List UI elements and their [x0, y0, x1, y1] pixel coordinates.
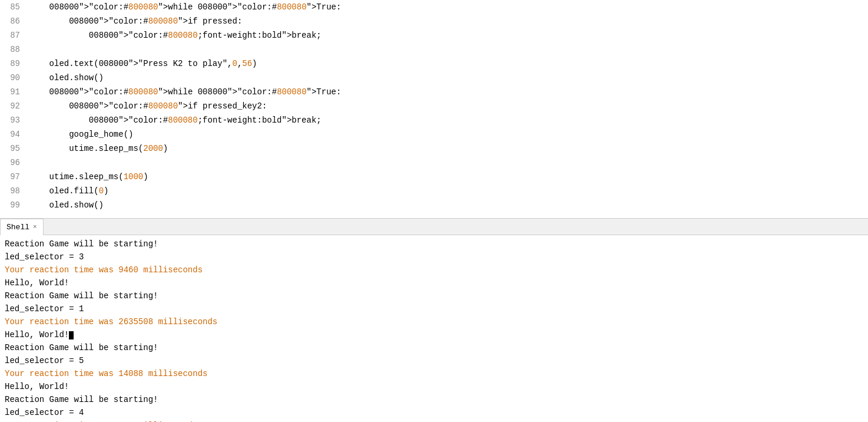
shell-line: led_selector = 1: [0, 302, 868, 315]
shell-line: Your reaction time was 14088 millisecond…: [0, 367, 868, 380]
shell-line: Hello, World!: [0, 328, 868, 341]
line-number: 93: [0, 113, 29, 127]
shell-line: Your reaction time was 9460 milliseconds: [0, 263, 868, 276]
code-line: 86 008000">"color:#800080">if pressed:: [0, 14, 868, 28]
line-content: 008000">"color:#800080">if pressed_key2:: [29, 99, 267, 113]
code-line: 99 oled.show(): [0, 198, 868, 212]
line-number: 86: [0, 14, 29, 28]
line-number: 89: [0, 57, 29, 71]
shell-line: Reaction Game will be starting!: [0, 289, 868, 302]
shell-tab[interactable]: Shell ×: [0, 219, 44, 235]
code-editor[interactable]: 85 008000">"color:#800080">while 008000"…: [0, 0, 868, 218]
shell-cursor: [69, 331, 74, 339]
line-number: 99: [0, 198, 29, 212]
code-line: 98 oled.fill(0): [0, 184, 868, 198]
code-line: 85 008000">"color:#800080">while 008000"…: [0, 0, 868, 14]
line-content: utime.sleep_ms(2000): [29, 141, 168, 156]
shell-line: led_selector = 4: [0, 406, 868, 419]
code-line: 87 008000">"color:#800080;font-weight:bo…: [0, 28, 868, 42]
code-line: 93 008000">"color:#800080;font-weight:bo…: [0, 113, 868, 127]
line-content: oled.text(008000">"Press K2 to play",0,5…: [29, 57, 257, 71]
code-line: 97 utime.sleep_ms(1000): [0, 170, 868, 184]
code-line: 90 oled.show(): [0, 71, 868, 85]
shell-line: Hello, World!: [0, 380, 868, 393]
code-line: 96: [0, 156, 868, 170]
shell-output[interactable]: Reaction Game will be starting!led_selec…: [0, 235, 868, 422]
line-content: 008000">"color:#800080">while 008000">"c…: [29, 0, 341, 14]
code-line: 92 008000">"color:#800080">if pressed_ke…: [0, 99, 868, 113]
line-number: 94: [0, 127, 29, 141]
line-content: utime.sleep_ms(1000): [29, 170, 148, 184]
shell-line: Reaction Game will be starting!: [0, 238, 868, 250]
shell-tab-label: Shell: [6, 223, 29, 232]
code-line: 89 oled.text(008000">"Press K2 to play",…: [0, 57, 868, 71]
code-line: 91 008000">"color:#800080">while 008000"…: [0, 85, 868, 99]
line-number: 90: [0, 71, 29, 85]
shell-line: Your reaction time was 2635508 milliseco…: [0, 315, 868, 328]
shell-tabbar: Shell ×: [0, 219, 868, 235]
shell-line: Reaction Game will be starting!: [0, 393, 868, 406]
code-line: 94 google_home(): [0, 127, 868, 141]
line-number: 91: [0, 85, 29, 99]
line-number: 97: [0, 170, 29, 184]
line-number: 98: [0, 184, 29, 198]
line-content: 008000">"color:#800080">while 008000">"c…: [29, 85, 341, 99]
line-content: 008000">"color:#800080;font-weight:bold"…: [29, 28, 322, 42]
code-line: 88: [0, 42, 868, 57]
line-content: 008000">"color:#800080;font-weight:bold"…: [29, 113, 322, 127]
line-content: oled.show(): [29, 71, 104, 85]
line-number: 88: [0, 42, 29, 57]
line-content: google_home(): [29, 127, 133, 141]
line-content: oled.fill(0): [29, 184, 108, 198]
line-number: 87: [0, 28, 29, 42]
shell-line: led_selector = 3: [0, 250, 868, 263]
line-number: 96: [0, 156, 29, 170]
shell-line: Hello, World!: [0, 276, 868, 289]
shell-tab-close[interactable]: ×: [33, 223, 37, 230]
shell-line: led_selector = 5: [0, 354, 868, 367]
line-content: oled.show(): [29, 198, 104, 212]
line-number: 92: [0, 99, 29, 113]
line-number: 95: [0, 141, 29, 156]
code-line: 95 utime.sleep_ms(2000): [0, 141, 868, 156]
line-number: 85: [0, 0, 29, 14]
shell-line: Reaction Game will be starting!: [0, 341, 868, 354]
line-content: 008000">"color:#800080">if pressed:: [29, 14, 242, 28]
